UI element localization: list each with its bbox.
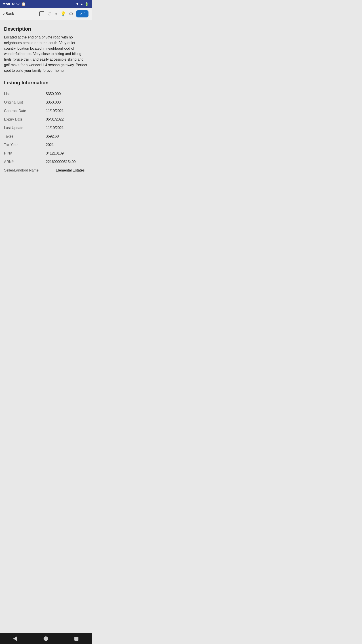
last-update-value: 11/19/2021 <box>46 126 88 130</box>
signal-icon: ▲ <box>80 2 83 6</box>
seller-label: Seller/Landlord Name <box>4 168 39 172</box>
description-section: Description Located at the end of a priv… <box>4 26 88 74</box>
lightbulb-icon[interactable]: 💡 <box>60 11 66 16</box>
toolbar: ‹ Back ♡ ○ 💡 ⚙ ↗ ˅ <box>0 8 92 20</box>
wifi-icon: ▼ <box>76 2 79 6</box>
seller-value: Elemental Estates... <box>56 168 88 172</box>
checkbox-icon[interactable] <box>39 12 44 16</box>
back-label: Back <box>5 12 14 16</box>
seller-row: Seller/Landlord Name Elemental Estates..… <box>4 166 88 175</box>
gear-icon[interactable]: ⚙ <box>69 11 73 16</box>
tax-year-label: Tax Year <box>4 143 41 147</box>
description-body: Located at the end of a private road wit… <box>4 35 88 74</box>
status-time: 2:58 <box>3 2 10 6</box>
share-icon: ↗ <box>79 12 82 16</box>
pin-value: 341210109 <box>46 152 88 156</box>
contract-date-value: 11/19/2021 <box>46 109 88 113</box>
settings-icon: ⚙ <box>12 2 14 6</box>
battery-icon: 🔋 <box>85 2 88 6</box>
back-chevron-icon: ‹ <box>3 12 5 16</box>
last-update-label: Last Update <box>4 126 41 130</box>
status-left: 2:58 ⚙ 🛡 📋 <box>3 2 26 6</box>
taxes-value: $592.68 <box>46 134 88 138</box>
list-label: List <box>4 92 41 96</box>
original-list-value: $350,000 <box>46 100 88 104</box>
pin-label: PIN# <box>4 152 41 156</box>
description-title: Description <box>4 26 88 32</box>
expiry-date-label: Expiry Date <box>4 118 41 122</box>
arn-value: 221600000515400 <box>46 160 88 164</box>
status-bar: 2:58 ⚙ 🛡 📋 ▼ ▲ 🔋 <box>0 0 92 8</box>
shield-icon: 🛡 <box>16 2 20 6</box>
list-item: List $350,000 <box>4 90 88 98</box>
list-item: ARN# 221600000515400 <box>4 158 88 166</box>
list-item: Tax Year 2021 <box>4 141 88 149</box>
heart-icon[interactable]: ♡ <box>47 11 51 16</box>
listing-info-section: Listing Information List $350,000 Origin… <box>4 80 88 175</box>
list-item: PIN# 341210109 <box>4 149 88 158</box>
arn-label: ARN# <box>4 160 41 164</box>
contract-date-label: Contract Date <box>4 109 41 113</box>
list-item: Taxes $592.68 <box>4 132 88 141</box>
expiry-date-value: 05/31/2022 <box>46 118 88 122</box>
comment-icon[interactable]: ○ <box>54 12 57 16</box>
toolbar-icons: ♡ ○ 💡 ⚙ ↗ ˅ <box>39 10 88 18</box>
share-chevron-icon: ˅ <box>84 12 85 16</box>
main-content: Description Located at the end of a priv… <box>0 20 92 190</box>
contract-date-row: Contract Date 11/19/2021 <box>4 107 88 115</box>
original-list-label: Original List <box>4 100 41 104</box>
list-item: Expiry Date 05/31/2022 <box>4 115 88 124</box>
list-value: $350,000 <box>46 92 88 96</box>
list-item: Last Update 11/19/2021 <box>4 124 88 132</box>
tax-year-value: 2021 <box>46 143 88 147</box>
taxes-label: Taxes <box>4 134 41 138</box>
status-right: ▼ ▲ 🔋 <box>76 2 88 6</box>
list-item: Original List $350,000 <box>4 98 88 107</box>
back-button[interactable]: ‹ Back <box>3 12 14 16</box>
clipboard-icon: 📋 <box>21 2 26 6</box>
share-button[interactable]: ↗ ˅ <box>76 10 88 18</box>
listing-info-title: Listing Information <box>4 80 88 86</box>
